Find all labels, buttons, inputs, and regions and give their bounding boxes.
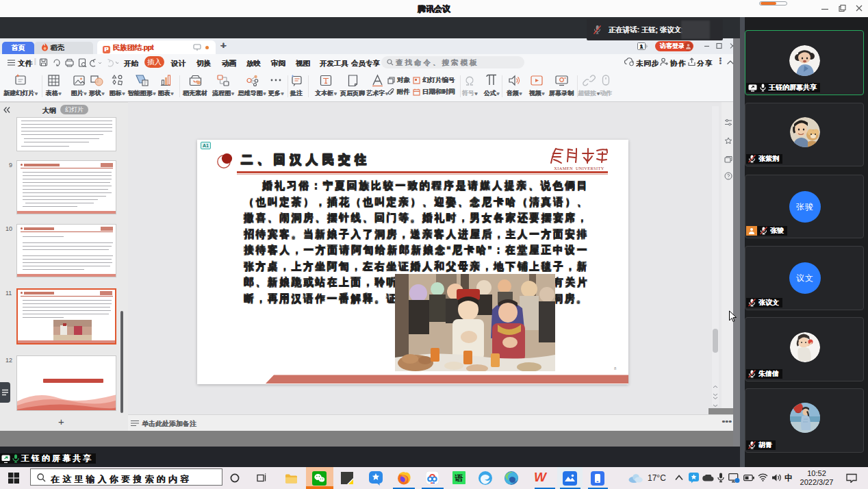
svg-text:1: 1 xyxy=(640,44,643,50)
svg-text:语: 语 xyxy=(455,473,463,483)
